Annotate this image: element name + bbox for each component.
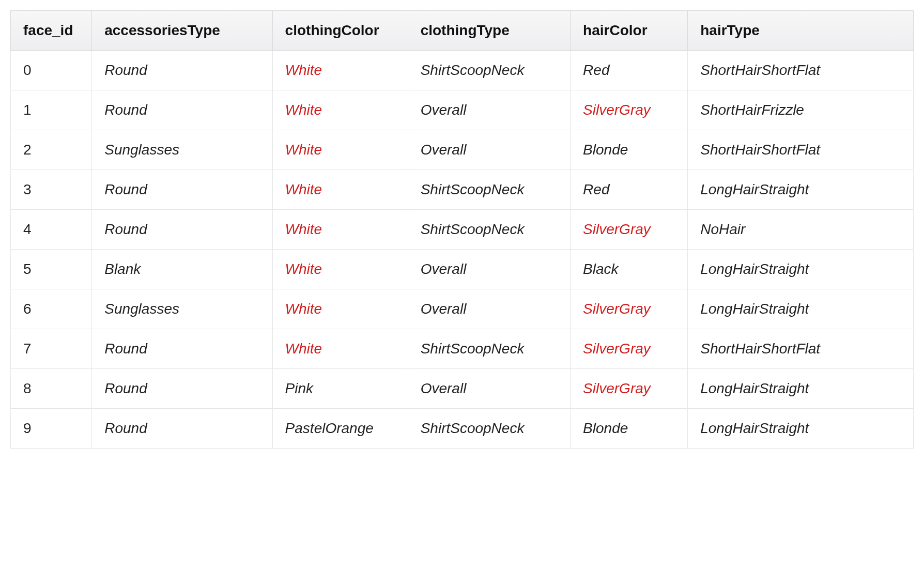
cell-hairColor: SilverGray: [571, 369, 688, 409]
cell-clothingType: ShirtScoopNeck: [408, 51, 570, 90]
table-row: 5BlankWhiteOverallBlackLongHairStraight: [11, 250, 914, 289]
table-row: 9RoundPastelOrangeShirtScoopNeckBlondeLo…: [11, 409, 914, 449]
cell-hairType: NoHair: [688, 210, 914, 250]
cell-hairColor: Blonde: [571, 130, 688, 170]
table-row: 2SunglassesWhiteOverallBlondeShortHairSh…: [11, 130, 914, 170]
cell-face_id: 7: [11, 329, 92, 369]
col-header-clothing-color: clothingColor: [272, 11, 408, 51]
cell-face_id: 0: [11, 51, 92, 90]
cell-accessoriesType: Round: [92, 409, 272, 449]
cell-clothingColor: White: [272, 289, 408, 329]
col-header-accessories-type: accessoriesType: [92, 11, 272, 51]
cell-hairType: ShortHairShortFlat: [688, 51, 914, 90]
col-header-hair-type: hairType: [688, 11, 914, 51]
cell-hairColor: Red: [571, 51, 688, 90]
cell-hairColor: Red: [571, 170, 688, 210]
cell-face_id: 9: [11, 409, 92, 449]
cell-face_id: 3: [11, 170, 92, 210]
col-header-face-id: face_id: [11, 11, 92, 51]
cell-hairType: ShortHairFrizzle: [688, 90, 914, 130]
cell-accessoriesType: Sunglasses: [92, 130, 272, 170]
cell-clothingColor: White: [272, 51, 408, 90]
cell-hairColor: SilverGray: [571, 90, 688, 130]
cell-accessoriesType: Round: [92, 90, 272, 130]
cell-face_id: 5: [11, 250, 92, 289]
cell-face_id: 4: [11, 210, 92, 250]
cell-hairType: LongHairStraight: [688, 369, 914, 409]
data-table: face_id accessoriesType clothingColor cl…: [10, 10, 914, 449]
col-header-hair-color: hairColor: [571, 11, 688, 51]
cell-clothingColor: White: [272, 90, 408, 130]
cell-hairType: ShortHairShortFlat: [688, 329, 914, 369]
cell-hairType: LongHairStraight: [688, 409, 914, 449]
cell-clothingColor: White: [272, 329, 408, 369]
cell-face_id: 6: [11, 289, 92, 329]
cell-clothingType: Overall: [408, 130, 570, 170]
col-header-clothing-type: clothingType: [408, 11, 570, 51]
cell-clothingColor: PastelOrange: [272, 409, 408, 449]
cell-accessoriesType: Round: [92, 369, 272, 409]
cell-face_id: 8: [11, 369, 92, 409]
cell-clothingType: Overall: [408, 289, 570, 329]
cell-accessoriesType: Blank: [92, 250, 272, 289]
cell-clothingType: ShirtScoopNeck: [408, 329, 570, 369]
cell-clothingColor: White: [272, 250, 408, 289]
table-row: 3RoundWhiteShirtScoopNeckRedLongHairStra…: [11, 170, 914, 210]
table-header-row: face_id accessoriesType clothingColor cl…: [11, 11, 914, 51]
cell-accessoriesType: Round: [92, 329, 272, 369]
cell-accessoriesType: Round: [92, 51, 272, 90]
cell-face_id: 1: [11, 90, 92, 130]
cell-hairType: ShortHairShortFlat: [688, 130, 914, 170]
cell-clothingColor: White: [272, 130, 408, 170]
cell-accessoriesType: Round: [92, 170, 272, 210]
table-row: 1RoundWhiteOverallSilverGrayShortHairFri…: [11, 90, 914, 130]
cell-hairColor: Blonde: [571, 409, 688, 449]
cell-hairColor: SilverGray: [571, 289, 688, 329]
table-row: 6SunglassesWhiteOverallSilverGrayLongHai…: [11, 289, 914, 329]
table-row: 7RoundWhiteShirtScoopNeckSilverGrayShort…: [11, 329, 914, 369]
cell-hairColor: SilverGray: [571, 210, 688, 250]
cell-clothingColor: White: [272, 170, 408, 210]
cell-clothingType: Overall: [408, 90, 570, 130]
cell-clothingType: Overall: [408, 250, 570, 289]
cell-clothingColor: White: [272, 210, 408, 250]
cell-clothingColor: Pink: [272, 369, 408, 409]
cell-hairType: LongHairStraight: [688, 170, 914, 210]
table-row: 4RoundWhiteShirtScoopNeckSilverGrayNoHai…: [11, 210, 914, 250]
cell-hairType: LongHairStraight: [688, 289, 914, 329]
cell-hairType: LongHairStraight: [688, 250, 914, 289]
cell-hairColor: SilverGray: [571, 329, 688, 369]
cell-accessoriesType: Round: [92, 210, 272, 250]
cell-face_id: 2: [11, 130, 92, 170]
cell-accessoriesType: Sunglasses: [92, 289, 272, 329]
cell-clothingType: ShirtScoopNeck: [408, 170, 570, 210]
table-row: 8RoundPinkOverallSilverGrayLongHairStrai…: [11, 369, 914, 409]
cell-hairColor: Black: [571, 250, 688, 289]
cell-clothingType: ShirtScoopNeck: [408, 210, 570, 250]
cell-clothingType: Overall: [408, 369, 570, 409]
table-row: 0RoundWhiteShirtScoopNeckRedShortHairSho…: [11, 51, 914, 90]
cell-clothingType: ShirtScoopNeck: [408, 409, 570, 449]
